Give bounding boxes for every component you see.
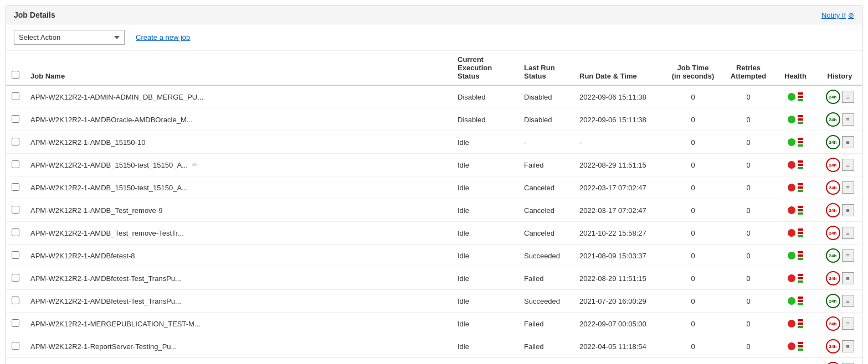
health-bar-icon[interactable] <box>798 251 803 260</box>
job-name-text[interactable]: APM-W2K12R2-1-AMDBfetest-Test_TransPu... <box>30 274 181 283</box>
health-bar-icon[interactable] <box>798 297 803 305</box>
run-date-cell: 2022-08-29 11:51:15 <box>574 154 662 176</box>
row-checkbox[interactable] <box>12 183 19 191</box>
retries-cell: 0 <box>723 131 773 154</box>
current-status-cell: Idle <box>452 267 518 290</box>
run-date-cell: 2022-09-06 15:11:38 <box>574 85 662 108</box>
row-checkbox-cell <box>6 131 25 154</box>
row-checkbox[interactable] <box>12 319 19 327</box>
history-circle-icon[interactable]: 24h <box>826 112 840 127</box>
row-checkbox[interactable] <box>12 274 19 282</box>
row-checkbox[interactable] <box>12 160 19 168</box>
job-name-cell: APM-W2K12R2-1-AMDB_Test_remove-TestTr... <box>25 222 452 245</box>
history-circle-icon[interactable]: 24h <box>826 316 840 331</box>
job-name-text[interactable]: APM-W2K12R2-1-AMDBfetest-8 <box>30 252 135 260</box>
history-circle-icon[interactable]: 24h <box>826 180 840 195</box>
history-doc-icon[interactable]: ≡ <box>842 159 854 171</box>
history-circle-icon[interactable]: 24h <box>826 135 840 149</box>
row-checkbox-cell <box>6 154 25 176</box>
history-doc-icon[interactable]: ≡ <box>842 295 854 307</box>
health-dot-icon <box>788 93 795 101</box>
select-action-dropdown[interactable]: Select Action <box>14 30 125 45</box>
history-circle-icon[interactable]: 24h <box>826 90 840 104</box>
history-doc-icon[interactable]: ≡ <box>842 227 854 239</box>
row-checkbox[interactable] <box>12 228 19 236</box>
history-doc-icon[interactable]: ≡ <box>842 136 854 148</box>
health-bar-icon[interactable] <box>798 342 803 351</box>
row-checkbox[interactable] <box>12 342 19 350</box>
job-name-text[interactable]: APM-W2K12R2-1-AMDBfetest-Test_TransPu... <box>30 297 181 305</box>
current-status-cell: Idle <box>452 335 518 358</box>
history-circle-icon[interactable]: 24h <box>826 362 840 364</box>
retries-cell: 0 <box>723 335 773 358</box>
last-run-status-cell: Failed <box>518 154 574 176</box>
job-name-text[interactable]: APM-W2K12R2-1-AMDBOracle-AMDBOracle_M... <box>30 116 193 124</box>
history-circle-icon[interactable]: 24h <box>826 294 840 308</box>
health-bar-icon[interactable] <box>798 206 803 215</box>
health-bar-icon[interactable] <box>798 228 803 237</box>
table-row: APM-W2K12R2-1-AMDBfetest-Test_TransPu...… <box>6 267 862 290</box>
health-bar-icon[interactable] <box>798 138 803 147</box>
history-circle-icon[interactable]: 24h <box>826 271 840 285</box>
history-doc-icon[interactable]: ≡ <box>842 340 854 352</box>
history-circle-icon[interactable]: 24h <box>826 248 840 263</box>
col-header-job-time: Job Time (in seconds) <box>662 51 723 85</box>
select-all-checkbox[interactable] <box>12 71 19 79</box>
job-name-text[interactable]: APM-W2K12R2-1-AMDB_Test_remove-TestTr... <box>30 229 184 237</box>
job-name-text[interactable]: APM-W2K12R2-1-ReportServer-Testing_Pu... <box>30 342 177 351</box>
current-status-cell: Idle <box>452 358 518 365</box>
history-doc-icon[interactable]: ≡ <box>842 204 854 216</box>
health-cell <box>773 131 818 154</box>
job-name-text[interactable]: APM-W2K12R2-1-MERGEPUBLICATION_TEST-M... <box>30 320 201 328</box>
job-name-cell: APM-W2K12R2-1-AMDBfetest-Test_TransPu... <box>25 267 452 290</box>
notify-if-link[interactable]: Notify If ⊘ <box>821 11 854 19</box>
create-new-job-link[interactable]: Create a new job <box>136 33 190 41</box>
health-bar-icon[interactable] <box>798 319 803 328</box>
edit-pencil-icon[interactable]: ✏ <box>192 161 198 169</box>
health-bar-icon[interactable] <box>798 92 803 101</box>
row-checkbox[interactable] <box>12 251 19 259</box>
row-checkbox-cell <box>6 85 25 108</box>
history-icons-container: 24h≡ <box>826 226 854 240</box>
run-date-cell: 2022-03-17 07:02:47 <box>574 176 662 199</box>
job-name-text[interactable]: APM-W2K12R2-1-ADMIN-ADMIN_DB_MERGE_PU... <box>30 93 203 101</box>
history-icons-container: 24h≡ <box>826 248 854 263</box>
job-name-text[interactable]: APM-W2K12R2-1-AMDB_15150-10 <box>30 138 145 147</box>
health-bar-icon[interactable] <box>798 183 803 192</box>
retries-cell: 0 <box>723 245 773 267</box>
history-cell: 24h≡ <box>818 85 862 108</box>
row-checkbox[interactable] <box>12 297 19 304</box>
history-doc-icon[interactable]: ≡ <box>842 181 854 194</box>
job-name-text[interactable]: APM-W2K12R2-1-AMDB_15150-test_15150_A... <box>30 184 188 192</box>
health-bar-icon[interactable] <box>798 274 803 283</box>
retries-cell: 0 <box>723 222 773 245</box>
last-run-status-cell: Failed <box>518 358 574 365</box>
table-row: APM-W2K12R2-1-AMDB_15150-10Idle--0024h≡ <box>6 131 862 154</box>
history-circle-icon[interactable]: 24h <box>826 158 840 172</box>
history-cell: 24h≡ <box>818 108 862 131</box>
row-checkbox[interactable] <box>12 206 19 214</box>
history-circle-icon[interactable]: 24h <box>826 226 840 240</box>
col-header-history: History <box>818 51 862 85</box>
health-cell <box>773 176 818 199</box>
history-circle-icon[interactable]: 24h <box>826 203 840 217</box>
job-name-text[interactable]: APM-W2K12R2-1-AMDB_Test_remove-9 <box>30 206 162 215</box>
history-doc-icon[interactable]: ≡ <box>842 113 854 126</box>
job-name-text[interactable]: APM-W2K12R2-1-AMDB_15150-test_15150_A... <box>30 161 188 169</box>
row-checkbox[interactable] <box>12 138 19 145</box>
health-bar-icon[interactable] <box>798 115 803 124</box>
history-doc-icon[interactable]: ≡ <box>842 91 854 103</box>
job-name-cell: APM-W2K12R2-1-ADMIN-ADMIN_DB_MERGE_PU... <box>25 85 452 108</box>
history-doc-icon[interactable]: ≡ <box>842 249 854 262</box>
run-date-cell: 2021-08-09 15:03:37 <box>574 245 662 267</box>
row-checkbox[interactable] <box>12 92 19 100</box>
history-icons-container: 24h≡ <box>826 316 854 331</box>
health-bar-icon[interactable] <box>798 160 803 169</box>
history-circle-icon[interactable]: 24h <box>826 339 840 353</box>
row-checkbox-cell <box>6 358 25 365</box>
history-doc-icon[interactable]: ≡ <box>842 272 854 284</box>
row-checkbox[interactable] <box>12 115 19 123</box>
row-checkbox-cell <box>6 245 25 267</box>
history-doc-icon[interactable]: ≡ <box>842 318 854 330</box>
run-date-cell: 2021-10-22 15:58:27 <box>574 222 662 245</box>
